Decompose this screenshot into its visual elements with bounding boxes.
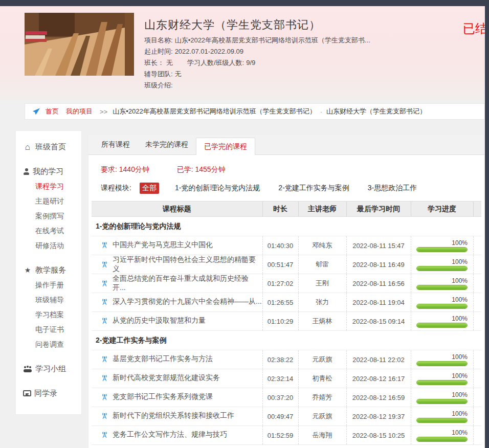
module-option[interactable]: 3-思想政治工作: [365, 183, 419, 194]
sidebar-item[interactable]: 电子证书: [16, 322, 81, 337]
course-duration: 01:40:30: [268, 242, 294, 250]
star-icon: [23, 266, 32, 274]
course-duration: 02:32:14: [268, 375, 294, 383]
broadcast-tower-icon: [101, 317, 108, 325]
module-option[interactable]: 1-党的创新理论与党内法规: [172, 183, 262, 194]
last-study-time: 2022-08-15 10:25: [352, 432, 405, 439]
course-title-link[interactable]: 深入学习贯彻党的十九届六中全会精神——从...: [113, 297, 262, 306]
progress-cell: 100%: [416, 239, 468, 252]
course-title-link[interactable]: 中国共产党与马克思主义中国化: [113, 240, 213, 250]
sidebar-item[interactable]: 研修活动: [16, 238, 81, 253]
course-tab[interactable]: 已学完的课程: [196, 138, 255, 155]
sidebar-item[interactable]: 操作手册: [16, 278, 81, 293]
class-header: 山东财经大学（学生党支部书记） 项目名称:山东•2022年高校基层党支部书记网络…: [0, 6, 489, 100]
last-study-time: 2022-08-15 09:14: [352, 318, 405, 325]
info-extra-label: 学习人数/班级人数:: [187, 59, 244, 66]
course-teacher: 元跃旗: [313, 412, 332, 420]
breadcrumb-link-home[interactable]: 首页: [46, 107, 59, 116]
last-study-time: 2022-08-12 16:17: [352, 375, 405, 383]
progress-bar: [416, 399, 468, 404]
sidebar-item-label: 我的学习: [33, 167, 63, 176]
course-title-link[interactable]: 从党的历史中汲取智慧和力量: [113, 316, 206, 325]
broadcast-tower-icon: [101, 260, 108, 268]
table-column-header: 时长: [262, 201, 298, 217]
sidebar: 班级首页 我的学习 课程学习 主题研讨 案例撰写 在线考试 研修活动 教学服务 …: [15, 130, 82, 415]
sidebar-item[interactable]: 我的学习: [16, 164, 81, 179]
learned-minutes-label: 已学:: [177, 165, 193, 173]
sidebar-item-label: 操作手册: [35, 281, 64, 290]
info-value: 山东•2022年高校基层党支部书记网络培训示范班（学生党支部书...: [175, 36, 370, 44]
module-section-title: 1-党的创新理论与党内法规: [96, 222, 181, 230]
sidebar-item[interactable]: 班级辅导: [16, 293, 81, 307]
progress-cell: 100%: [416, 372, 468, 385]
progress-bar-fill: [417, 248, 467, 252]
course-title-link[interactable]: 习近平新时代中国特色社会主义思想的精髓要义: [113, 255, 262, 274]
app-window: 山东财经大学（学生党支部书记） 项目名称:山东•2022年高校基层党支部书记网络…: [0, 0, 489, 448]
course-tab[interactable]: 所有课程: [94, 135, 138, 154]
info-label: 起止时间:: [144, 48, 173, 55]
course-duration: 02:38:22: [268, 356, 294, 364]
required-minutes-label: 要求:: [101, 165, 117, 173]
table-column-header: 课程标题: [92, 201, 262, 217]
progress-bar: [416, 361, 468, 366]
module-section-row: 1-党的创新理论与党内法规: [92, 217, 481, 236]
course-teacher: 张力: [316, 298, 329, 306]
progress-bar: [416, 380, 468, 385]
class-info-fields: 项目名称:山东•2022年高校基层党支部书记网络培训示范班（学生党支部书... …: [144, 35, 370, 91]
module-option[interactable]: 全部: [140, 183, 159, 194]
sidebar-item[interactable]: 学习小组: [16, 361, 81, 376]
sidebar-item[interactable]: 同学录: [16, 386, 81, 401]
sidebar-item[interactable]: 教学服务: [16, 262, 81, 278]
breadcrumb-trail-class: 山东财经大学（学生党支部书记）: [326, 107, 426, 116]
sidebar-item-label: 班级辅导: [35, 296, 64, 305]
sidebar-item-label: 学习小组: [35, 364, 66, 374]
window-right-bar: [485, 0, 489, 448]
progress-percent-label: 100%: [416, 391, 468, 398]
window-top-bar: [0, 0, 489, 6]
sidebar-item[interactable]: 问卷调查: [16, 337, 81, 352]
course-row: 习近平新时代中国特色社会主义思想的精髓要义 00:51:47 郇雷 2022-0…: [92, 255, 481, 274]
info-label: 班长：: [144, 59, 164, 66]
last-study-time: 2022-08-11 16:56: [352, 280, 405, 287]
course-title-link[interactable]: 新时代下的党组织关系转接和接收工作: [113, 411, 234, 420]
breadcrumb-link-my-projects[interactable]: 我的项目: [66, 107, 93, 116]
course-duration: 01:26:55: [268, 299, 294, 306]
course-row: 基层党支部书记工作实务与方法 02:38:22 元跃旗 2022-08-11 2…: [92, 350, 481, 369]
sidebar-item[interactable]: 在线考试: [16, 223, 81, 238]
progress-percent-label: 100%: [416, 429, 468, 436]
progress-bar-fill: [417, 304, 467, 308]
card-icon: [23, 390, 31, 396]
course-row: 深入学习贯彻党的十九届六中全会精神——从... 01:26:55 张力 2022…: [92, 293, 481, 312]
sidebar-item-label: 在线考试: [35, 227, 64, 236]
sidebar-item[interactable]: 学习档案: [16, 307, 81, 322]
course-cover-art: [25, 13, 134, 76]
sidebar-item[interactable]: 班级首页: [16, 139, 81, 154]
sidebar-item-label: 学习档案: [35, 310, 64, 320]
info-extra-value: 9/9: [246, 59, 255, 66]
course-teacher: 邓纯东: [313, 241, 332, 249]
progress-bar-fill: [417, 323, 467, 327]
progress-percent-label: 100%: [416, 296, 468, 303]
sidebar-item[interactable]: 课程学习: [16, 179, 81, 194]
course-duration: 00:51:47: [268, 261, 294, 268]
course-title-link[interactable]: 党务工作公文写作方法、规律与技巧: [113, 430, 227, 439]
course-title-link[interactable]: 全面总结党的百年奋斗重大成就和历史经验 开...: [113, 274, 262, 293]
progress-bar: [416, 418, 468, 423]
course-tab[interactable]: 未学完的课程: [138, 135, 196, 154]
table-column-header: 最后学习时间: [346, 201, 411, 217]
sidebar-item-label: 问卷调查: [35, 340, 64, 349]
sidebar-item[interactable]: 主题研讨: [16, 194, 81, 209]
course-row: 中国共产党与马克思主义中国化 01:40:30 邓纯东 2022-08-11 1…: [92, 236, 481, 255]
module-option[interactable]: 2-党建工作实务与案例: [276, 183, 351, 194]
course-title-link[interactable]: 新时代高校党支部规范化建设实务: [113, 373, 220, 383]
course-title-link[interactable]: 党支部书记工作实务系列微党课: [113, 392, 213, 401]
course-teacher: 王刚: [316, 279, 329, 287]
sidebar-item-label: 案例撰写: [35, 212, 64, 221]
page-title: 山东财经大学（学生党支部书记）: [144, 17, 321, 33]
module-filter-label: 课程模块:: [101, 184, 131, 193]
sidebar-item[interactable]: 案例撰写: [16, 209, 81, 223]
breadcrumb-trail-project: 山东•2022年高校基层党支部书记网络培训示范班（学生党支部书记）: [113, 107, 316, 116]
broadcast-tower-icon: [101, 374, 108, 382]
progress-percent-label: 100%: [416, 315, 468, 322]
course-title-link[interactable]: 基层党支部书记工作实务与方法: [113, 354, 213, 364]
